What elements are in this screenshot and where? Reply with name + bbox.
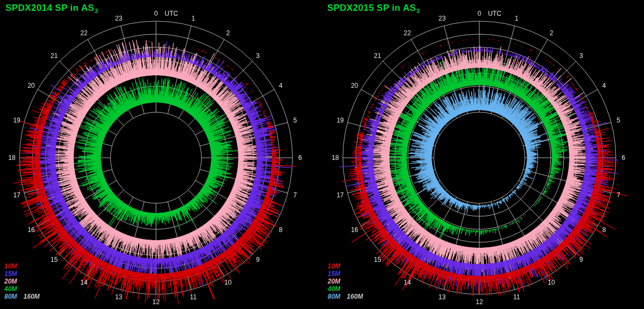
hour-label-5: 5: [294, 117, 297, 124]
hour-label-6: 6: [622, 154, 626, 162]
legend-row: 15M: [4, 270, 46, 278]
hour-label-12: 12: [152, 298, 159, 306]
legend-row: 10M: [4, 262, 46, 270]
utc-label: UTC: [165, 10, 178, 17]
legend-row: 40M: [4, 285, 46, 293]
hour-label-0: 0: [154, 10, 158, 17]
hour-label-18: 18: [8, 154, 15, 162]
hour-label-13: 13: [438, 293, 445, 301]
hour-label-16: 16: [28, 226, 35, 234]
hour-label-11: 11: [190, 293, 197, 301]
legend-item-80M: 80M: [4, 293, 17, 300]
hour-label-22: 22: [404, 29, 411, 37]
legend-item-20M: 20M: [328, 278, 340, 285]
hour-label-0: 0: [478, 10, 482, 17]
hour-label-14: 14: [404, 279, 411, 286]
legend-row: 20M: [4, 278, 46, 285]
hour-label-22: 22: [80, 29, 87, 37]
legend-item-15M: 15M: [328, 270, 340, 278]
chart-title-subscript: 3: [95, 8, 98, 14]
hour-label-5: 5: [617, 117, 621, 124]
hour-label-7: 7: [617, 191, 621, 199]
hour-label-20: 20: [28, 82, 35, 89]
hour-label-23: 23: [115, 15, 122, 22]
legend-item-40M: 40M: [4, 285, 17, 293]
hour-label-15: 15: [50, 256, 57, 263]
band-legend: 10M15M20M40M80M160M: [4, 262, 46, 300]
label-layer: SPDX2014 SP in AS3 SPDX2015 SP in AS3 01…: [0, 0, 644, 309]
chart-title-text: SPDX2015 SP in AS: [327, 3, 416, 13]
legend-item-160M: 160M: [347, 293, 363, 300]
hour-label-17: 17: [336, 191, 343, 199]
hour-label-8: 8: [279, 226, 283, 234]
legend-item-40M: 40M: [328, 285, 340, 293]
legend-item-10M: 10M: [4, 262, 17, 270]
hour-label-23: 23: [438, 15, 445, 22]
hour-label-21: 21: [374, 52, 381, 60]
legend-row: 40M: [328, 285, 369, 293]
hour-label-11: 11: [513, 293, 520, 301]
hour-label-18: 18: [331, 154, 339, 162]
legend-item-160M: 160M: [23, 293, 40, 300]
hour-label-2: 2: [226, 29, 230, 37]
hour-label-2: 2: [550, 29, 554, 37]
hour-label-1: 1: [515, 15, 519, 22]
hour-label-20: 20: [351, 82, 358, 89]
hour-label-4: 4: [602, 82, 606, 89]
dx-polar-dashboard: { "background": "#000000", "chart_data":…: [0, 0, 644, 309]
hour-label-14: 14: [80, 279, 87, 286]
legend-row: 20M: [328, 278, 369, 285]
chart-title-2014: SPDX2014 SP in AS3: [5, 3, 98, 14]
band-legend: 10M15M20M40M80M160M: [328, 262, 369, 300]
hour-label-9: 9: [580, 256, 583, 263]
legend-row: 80M160M: [4, 293, 46, 300]
hour-label-6: 6: [298, 154, 302, 162]
hour-label-3: 3: [580, 52, 583, 60]
hour-label-7: 7: [294, 191, 297, 199]
hour-label-8: 8: [602, 226, 606, 234]
legend-item-20M: 20M: [4, 278, 17, 285]
hour-label-3: 3: [256, 52, 260, 60]
hour-label-10: 10: [548, 279, 555, 286]
chart-title-subscript: 3: [417, 8, 420, 14]
hour-label-15: 15: [374, 256, 381, 263]
legend-item-80M: 80M: [328, 293, 340, 300]
hour-label-19: 19: [336, 117, 343, 124]
legend-row: 80M160M: [328, 293, 369, 300]
legend-row: 10M: [328, 262, 369, 270]
hour-label-17: 17: [13, 191, 20, 199]
hour-label-4: 4: [279, 82, 283, 89]
hour-label-10: 10: [224, 279, 231, 286]
hour-label-12: 12: [476, 298, 483, 306]
hour-label-13: 13: [115, 293, 122, 301]
chart-title-2015: SPDX2015 SP in AS3: [327, 3, 420, 14]
legend-item-10M: 10M: [328, 262, 340, 270]
hour-label-21: 21: [50, 52, 57, 60]
hour-label-19: 19: [13, 117, 20, 124]
hour-label-9: 9: [256, 256, 260, 263]
legend-row: 15M: [328, 270, 369, 278]
legend-item-15M: 15M: [4, 270, 17, 278]
hour-label-1: 1: [192, 15, 196, 22]
chart-title-text: SPDX2014 SP in AS: [5, 3, 94, 13]
hour-label-16: 16: [351, 226, 358, 234]
utc-label: UTC: [488, 10, 502, 17]
